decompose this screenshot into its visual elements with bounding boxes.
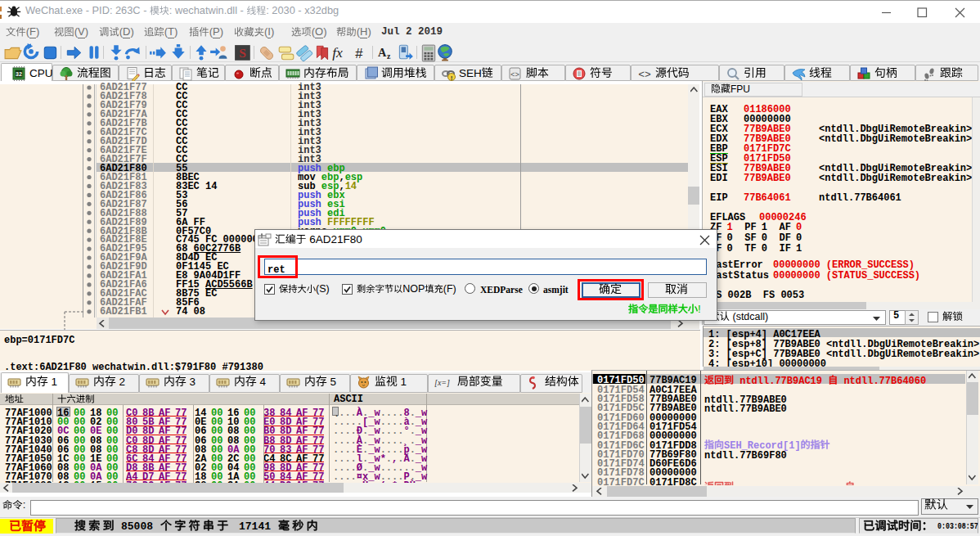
svg-text:!: ! [451, 74, 453, 82]
svg-text:3: 3 [187, 376, 196, 388]
svg-text:(S): (S) [316, 283, 330, 295]
svg-text:(H): (H) [357, 25, 371, 38]
svg-text:<>: <> [510, 71, 519, 79]
svg-text:NOP: NOP [402, 283, 425, 295]
svg-text:A: A [378, 46, 387, 59]
svg-text:WeChat.exe - PID: 263C -: WeChat.exe - PID: 263C - [25, 4, 150, 16]
svg-text:(I): (I) [264, 25, 274, 38]
svg-text:4: 4 [257, 376, 267, 388]
svg-text:(D): (D) [119, 25, 134, 38]
svg-text:ntdll.77B64060: ntdll.77B64060 [838, 376, 926, 387]
svg-text::: : [23, 498, 26, 511]
svg-text:CPU: CPU [29, 67, 53, 79]
svg-text:1: 1 [48, 376, 57, 388]
svg-text:(F): (F) [26, 25, 40, 38]
svg-text:: 2030 - x32dbg: : 2030 - x32dbg [266, 4, 339, 16]
svg-text:ntdll.77B69F80: ntdll.77B69F80 [704, 449, 787, 461]
svg-text:<>: <> [638, 69, 651, 81]
svg-text:(V): (V) [74, 25, 88, 38]
svg-text:(stdcall): (stdcall) [730, 311, 768, 322]
svg-text:#: # [355, 46, 363, 61]
svg-text:fx: fx [332, 44, 343, 61]
svg-text:S: S [239, 46, 246, 60]
svg-text:SEH: SEH [459, 67, 482, 79]
svg-text:!: ! [698, 303, 701, 315]
svg-text:: wechatwin.dll -: : wechatwin.dll - [169, 4, 247, 16]
svg-text:[x=]: [x=] [434, 378, 450, 387]
svg-text:FPU: FPU [731, 83, 750, 95]
svg-text:2: 2 [116, 376, 125, 388]
svg-text:ntdll.77B9AC19: ntdll.77B9AC19 [734, 376, 828, 387]
svg-text:z: z [387, 52, 391, 61]
svg-text:ntdll.77B9ABE0: ntdll.77B9ABE0 [704, 403, 787, 415]
svg-text:6AD21F80: 6AD21F80 [307, 233, 362, 245]
svg-text:(T): (T) [164, 25, 178, 38]
svg-text:32: 32 [16, 71, 22, 77]
svg-text:(F): (F) [443, 283, 456, 295]
svg-text:(O): (O) [312, 25, 327, 38]
svg-text:1: 1 [398, 376, 407, 388]
svg-text:(P): (P) [209, 25, 223, 38]
svg-text:5: 5 [327, 376, 336, 388]
